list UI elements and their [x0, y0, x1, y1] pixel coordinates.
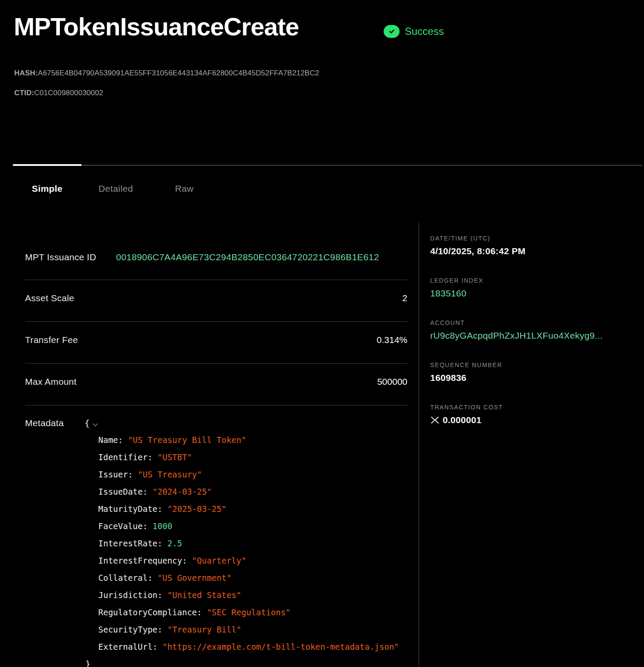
page-title: MPTokenIssuanceCreate — [14, 12, 299, 41]
account-block: ACCOUNT rU9c8yGAcpqdPhZxJH1LXFuo4Xekyg9.… — [430, 319, 631, 341]
transaction-cost-value: 0.000001 — [443, 415, 481, 426]
tab-detailed[interactable]: Detailed — [81, 181, 150, 196]
json-entry-regulatorycompliance: RegulatoryCompliance: "SEC Regulations" — [25, 604, 407, 621]
metadata-close-brace: } — [25, 655, 407, 667]
json-entry-collateral: Collateral: "US Government" — [25, 569, 407, 586]
ctid-label: CTID: — [14, 89, 34, 97]
row-transfer-fee: Transfer Fee 0.314% — [25, 322, 407, 364]
json-entry-name: Name: "US Treasury Bill Token" — [25, 431, 407, 449]
json-entry-externalurl: ExternalUrl: "https://example.com/t-bill… — [25, 638, 407, 655]
sequence-number-block: SEQUENCE NUMBER 1609836 — [430, 361, 631, 383]
success-check-icon — [384, 25, 400, 38]
ledger-index-value[interactable]: 1835160 — [430, 288, 631, 299]
json-entry-interestrate: InterestRate: 2.5 — [25, 535, 407, 552]
ctid-value: C01C009800030002 — [34, 89, 103, 97]
transaction-details-panel: MPT Issuance ID 0018906C7A4A96E73C294B28… — [0, 223, 419, 667]
transfer-fee-label: Transfer Fee — [25, 335, 78, 345]
content-area: MPT Issuance ID 0018906C7A4A96E73C294B28… — [0, 223, 644, 667]
json-entry-maturitydate: MaturityDate: "2025-03-25" — [25, 500, 407, 517]
row-mpt-issuance-id: MPT Issuance ID 0018906C7A4A96E73C294B28… — [25, 223, 407, 280]
datetime-value: 4/10/2025, 8:06:42 PM — [430, 246, 631, 257]
account-label: ACCOUNT — [430, 319, 631, 327]
mpt-issuance-id-label: MPT Issuance ID — [25, 252, 96, 262]
transaction-ctid: CTID:C01C009800030002 — [14, 89, 103, 97]
tab-raw[interactable]: Raw — [150, 181, 219, 196]
max-amount-label: Max Amount — [25, 377, 77, 386]
active-tab-indicator — [13, 164, 81, 166]
xrp-icon — [430, 416, 440, 424]
row-max-amount: Max Amount 500000 — [25, 364, 407, 405]
view-tabs: Simple Detailed Raw — [13, 181, 219, 196]
metadata-section: Metadata { Name: "US Treasury Bill Token… — [25, 405, 407, 667]
json-entry-facevalue: FaceValue: 1000 — [25, 517, 407, 535]
transaction-cost-label: TRANSACTION COST — [430, 403, 631, 411]
asset-scale-value: 2 — [402, 293, 407, 303]
json-entry-interestfrequency: InterestFrequency: "Quarterly" — [25, 552, 407, 569]
json-entry-issuer: Issuer: "US Treasury" — [25, 466, 407, 483]
datetime-label: DATE/TIME (UTC) — [430, 234, 631, 242]
asset-scale-label: Asset Scale — [25, 293, 74, 303]
json-entry-securitytype: SecurityType: "Treasury Bill" — [25, 621, 407, 638]
json-entry-identifier: Identifier: "USTBT" — [25, 449, 407, 466]
mpt-issuance-id-value[interactable]: 0018906C7A4A96E73C294B2850EC0364720221C9… — [116, 252, 379, 262]
status-badge: Success — [384, 25, 444, 38]
transaction-summary-sidebar: DATE/TIME (UTC) 4/10/2025, 8:06:42 PM LE… — [419, 223, 644, 667]
transaction-cost-block: TRANSACTION COST 0.000001 — [430, 403, 631, 426]
transaction-hash: HASH:A6756E4B04790A539091AE55FF31056E443… — [14, 69, 319, 78]
ledger-index-label: LEDGER INDEX — [430, 277, 631, 284]
sequence-number-value: 1609836 — [430, 372, 631, 383]
account-value[interactable]: rU9c8yGAcpqdPhZxJH1LXFuo4Xekyg9... — [430, 330, 631, 341]
hash-label: HASH: — [14, 69, 38, 77]
chevron-down-icon[interactable] — [92, 423, 98, 427]
row-asset-scale: Asset Scale 2 — [25, 280, 407, 322]
metadata-json: Name: "US Treasury Bill Token" Identifie… — [25, 431, 407, 655]
datetime-block: DATE/TIME (UTC) 4/10/2025, 8:06:42 PM — [430, 234, 631, 257]
metadata-label: Metadata — [25, 418, 64, 428]
hash-value: A6756E4B04790A539091AE55FF31056E443134AF… — [38, 69, 319, 77]
json-entry-jurisdiction: Jurisdiction: "United States" — [25, 586, 407, 604]
max-amount-value: 500000 — [377, 377, 407, 386]
tabline-divider — [81, 165, 642, 165]
transfer-fee-value: 0.314% — [377, 335, 407, 345]
metadata-open-brace: { — [84, 418, 90, 428]
ledger-index-block: LEDGER INDEX 1835160 — [430, 277, 631, 299]
tab-simple[interactable]: Simple — [13, 181, 81, 196]
transaction-cost-value-wrap: 0.000001 — [430, 415, 631, 426]
sequence-number-label: SEQUENCE NUMBER — [430, 361, 631, 369]
status-text: Success — [405, 25, 444, 37]
json-entry-issuedate: IssueDate: "2024-03-25" — [25, 483, 407, 500]
